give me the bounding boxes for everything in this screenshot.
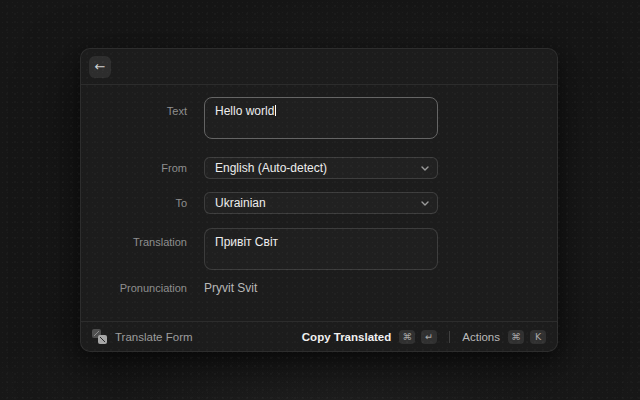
cmd-key-icon: ⌘ <box>399 330 415 344</box>
window-header: ← <box>81 49 557 85</box>
cmd-key-icon: ⌘ <box>508 330 524 344</box>
from-select-value: English (Auto-detect) <box>215 161 327 175</box>
back-arrow-icon: ← <box>95 57 106 77</box>
pronunciation-value: Pryvit Svit <box>204 281 438 295</box>
actions-menu-button[interactable]: Actions <box>462 331 500 343</box>
translation-output-value: Привіт Світ <box>215 235 278 249</box>
translate-app-icon <box>92 329 107 344</box>
pronunciation-label: Pronunciation <box>97 281 187 295</box>
translation-field-row: Translation Привіт Світ <box>81 228 557 270</box>
command-title: Translate Form <box>115 331 193 343</box>
chevron-down-icon <box>421 201 429 206</box>
from-field-row: From English (Auto-detect) <box>81 157 557 179</box>
to-field-label: To <box>97 196 187 210</box>
action-bar: Translate Form Copy Translated ⌘ ↵ Actio… <box>81 321 557 351</box>
from-field-label: From <box>97 161 187 175</box>
to-select-value: Ukrainian <box>215 196 266 210</box>
desktop-background: ← Text Hello world From English (Auto-de… <box>0 0 640 400</box>
to-field-row: To Ukrainian <box>81 192 557 214</box>
form-content: Text Hello world From English (Auto-dete… <box>81 85 557 321</box>
text-field-label: Text <box>97 104 187 118</box>
chevron-down-icon <box>421 166 429 171</box>
text-input-value: Hello world <box>215 104 276 118</box>
pronunciation-row: Pronunciation Pryvit Svit <box>81 281 557 295</box>
footer-separator <box>449 331 450 343</box>
copy-translated-action[interactable]: Copy Translated <box>302 331 391 343</box>
translate-form-window: ← Text Hello world From English (Auto-de… <box>80 48 558 352</box>
translation-field-label: Translation <box>97 235 187 249</box>
text-field-row: Text Hello world <box>81 97 557 139</box>
back-button[interactable]: ← <box>89 56 111 78</box>
from-language-select[interactable]: English (Auto-detect) <box>204 157 438 179</box>
translation-output[interactable]: Привіт Світ <box>204 228 438 270</box>
action-bar-left: Translate Form <box>92 329 302 344</box>
to-language-select[interactable]: Ukrainian <box>204 192 438 214</box>
k-key-icon: K <box>530 330 546 344</box>
enter-key-icon: ↵ <box>421 330 437 344</box>
action-bar-right: Copy Translated ⌘ ↵ Actions ⌘ K <box>302 330 546 344</box>
text-input[interactable]: Hello world <box>204 97 438 139</box>
